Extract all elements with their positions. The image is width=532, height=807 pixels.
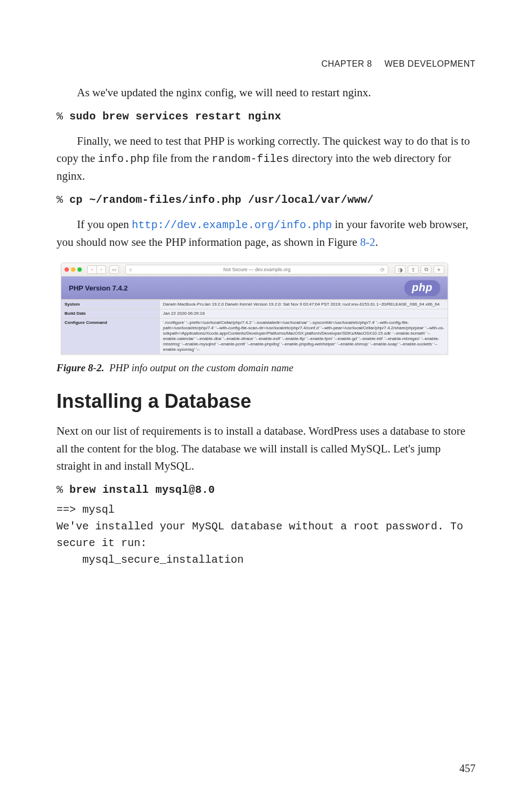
- window-controls: [65, 267, 82, 272]
- command-1: % sudo brew services restart nginx: [56, 110, 476, 123]
- phpinfo-value: Jan 22 2020 06:29:18: [160, 309, 448, 318]
- phpinfo-table: System Darwin MacBook-Pro.lan 19.2.0 Dar…: [61, 300, 448, 355]
- table-row: Configure Command './configure' '--prefi…: [61, 318, 448, 355]
- phpinfo-header: PHP Version 7.4.2 php: [61, 277, 448, 300]
- phpinfo-value: Darwin MacBook-Pro.lan 19.2.0 Darwin Ker…: [160, 300, 448, 309]
- safari-window: ‹ › ▭ ≡ Not Secure — dev.example.org ⟳ ◑…: [61, 263, 448, 355]
- paragraph-3: If you open http://dev.example.org/info.…: [56, 216, 476, 251]
- figure-reference: 8-2: [360, 236, 375, 249]
- inline-code: info.php: [98, 153, 150, 165]
- command-2: % cp ~/random-files/info.php /usr/local/…: [56, 194, 476, 206]
- command-text: cp ~/random-files/info.php /usr/local/va…: [69, 194, 374, 206]
- phpinfo-key: System: [61, 300, 160, 309]
- forward-button[interactable]: ›: [97, 265, 106, 274]
- zoom-icon[interactable]: [77, 267, 82, 272]
- address-bar[interactable]: ≡ Not Secure — dev.example.org ⟳: [125, 265, 388, 274]
- sidebar-button[interactable]: ▭: [109, 265, 119, 274]
- command-output: ==> mysql We've installed your MySQL dat…: [56, 501, 476, 568]
- tabs-button[interactable]: ⧉: [421, 265, 431, 274]
- command-text: sudo brew services restart nginx: [69, 110, 281, 123]
- url-link[interactable]: http://dev.example.org/info.php: [132, 219, 332, 231]
- close-icon[interactable]: [65, 267, 69, 272]
- phpinfo-key: Configure Command: [61, 318, 160, 355]
- chapter-title: WEB DEVELOPMENT: [385, 59, 476, 68]
- prompt: %: [56, 194, 69, 206]
- section-heading: Installing a Database: [56, 390, 476, 413]
- reader-icon: ≡: [129, 267, 132, 273]
- page-number: 457: [459, 762, 476, 775]
- table-row: System Darwin MacBook-Pro.lan 19.2.0 Dar…: [61, 300, 448, 309]
- php-logo: php: [405, 280, 440, 296]
- caption-text: PHP info output on the custom domain nam…: [109, 362, 293, 373]
- back-button[interactable]: ‹: [87, 265, 97, 274]
- table-row: Build Date Jan 22 2020 06:29:18: [61, 309, 448, 318]
- command-text: brew install mysql@8.0: [69, 484, 215, 496]
- share-button[interactable]: ⇪: [408, 265, 418, 274]
- nav-buttons: ‹ ›: [87, 265, 106, 274]
- running-header: CHAPTER 8 WEB DEVELOPMENT: [321, 59, 476, 69]
- phpinfo-key: Build Date: [61, 309, 160, 318]
- url-label: Not Secure — dev.example.org: [223, 267, 290, 272]
- inline-code: random-files: [211, 153, 289, 165]
- minimize-icon[interactable]: [71, 267, 75, 272]
- paragraph-2: Finally, we need to test that PHP is wor…: [56, 132, 476, 185]
- command-3: % brew install mysql@8.0: [56, 484, 476, 496]
- prompt: %: [56, 110, 69, 123]
- browser-toolbar: ‹ › ▭ ≡ Not Secure — dev.example.org ⟳ ◑…: [61, 263, 448, 277]
- downloads-button[interactable]: ◑: [395, 265, 406, 274]
- phpinfo-value: './configure' '--prefix=/usr/local/Cella…: [160, 318, 448, 355]
- caption-label: Figure 8-2.: [56, 362, 104, 373]
- figure-caption: Figure 8-2. PHP info output on the custo…: [56, 362, 476, 374]
- php-version-title: PHP Version 7.4.2: [69, 284, 128, 292]
- paragraph-1: As we've updated the nginx config, we wi…: [56, 84, 476, 102]
- prompt: %: [56, 484, 69, 496]
- reload-icon[interactable]: ⟳: [380, 267, 385, 273]
- figure-8-2: ‹ › ▭ ≡ Not Secure — dev.example.org ⟳ ◑…: [56, 263, 476, 355]
- paragraph-4: Next on our list of requirements is to i…: [56, 422, 476, 475]
- chapter-label: CHAPTER 8: [321, 59, 372, 68]
- new-tab-button[interactable]: +: [434, 265, 444, 274]
